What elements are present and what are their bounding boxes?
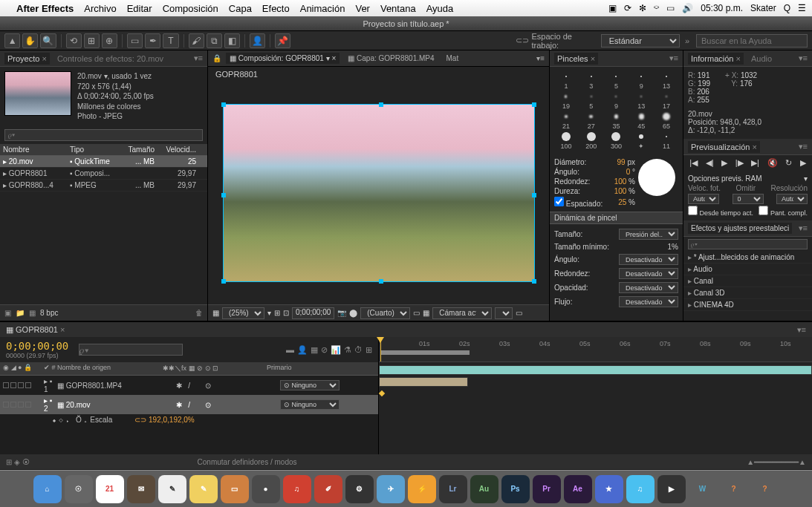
timeline-layer[interactable]: ▸ ▪ 1▦ GOPR8801.MP4✱ / ⊙⊙ Ninguno [0,376,378,395]
col-source-name[interactable]: Nombre de origen [57,364,163,373]
brush-tool[interactable]: 🖌 [189,33,204,48]
motion-blur-icon[interactable]: ⊘ [321,345,328,355]
fullscreen-check[interactable] [759,206,768,215]
app-name[interactable]: After Effects [16,3,74,14]
zoom-tool[interactable]: 🔍 [40,33,56,48]
brush-diameter[interactable]: 99 [617,158,626,166]
scale-value[interactable]: ⊂⊃ 192,0,192,0% [134,416,195,424]
guides-icon[interactable]: ⊞ [274,309,280,317]
dock-app[interactable]: ⌂ [33,475,62,503]
dyn-select[interactable]: Desactivado [619,268,678,279]
brush-hardness[interactable]: 100 [614,187,627,195]
project-item[interactable]: ▸ 20.mov▪ QuickTime... MB25 [0,156,207,168]
brush-preset[interactable]: 11 [655,131,678,150]
panel-menu-icon[interactable]: ▾≡ [194,53,203,63]
folder-icon[interactable]: 📁 [16,309,25,317]
timeline-menu-icon[interactable]: ▾≡ [797,325,806,335]
rotate-tool[interactable]: ⟲ [66,33,82,48]
effect-category[interactable]: Canal [683,275,812,287]
dock-app[interactable]: Pr [533,475,561,503]
camera-select[interactable]: Cámara activa [432,307,492,319]
dock-app[interactable]: ♫ [283,475,311,503]
brush-preset[interactable]: 5 [605,71,629,90]
dock-app[interactable]: ★ [595,475,623,503]
dock-app[interactable]: ✈ [377,475,405,503]
dock-app[interactable]: ✎ [158,475,186,503]
from-current-check[interactable] [688,206,698,215]
dock-app[interactable]: Ps [501,475,530,503]
brush-preset[interactable]: 19 [554,91,578,110]
workspace-select[interactable]: Estándar [601,34,680,48]
resolution-select[interactable]: (Cuarto) [360,307,410,319]
auto-key-icon[interactable]: ⏱ [354,345,363,355]
effect-category[interactable]: Canal 3D [683,287,812,299]
col-size[interactable]: Tamaño [122,145,159,154]
dyn-select[interactable]: Desactivado [619,296,678,307]
sync-icon[interactable]: ⟳ [624,3,631,13]
comp-breadcrumb[interactable]: GOPR8801 [208,67,549,82]
timeline-tracks[interactable] [379,362,812,454]
project-item[interactable]: ▸ GOPR880...4▪ MPEG... MB29,97 [0,180,207,192]
project-search[interactable] [4,129,203,141]
parent-select[interactable]: ⊙ Ninguno [280,399,340,410]
mute-button[interactable]: 🔇 [767,158,778,168]
parent-select[interactable]: ⊙ Ninguno [280,380,340,390]
layer-bar-1[interactable] [379,365,812,375]
ram-options-menu[interactable]: ▾ [804,174,808,183]
dock-app[interactable]: ● [252,475,280,503]
brush-preset[interactable]: 9 [605,91,629,110]
brush-angle[interactable]: 0 [626,168,631,176]
preview-menu-icon[interactable]: ▾≡ [799,142,808,151]
info-menu-icon[interactable]: ▾≡ [799,53,808,63]
effect-category[interactable]: CINEMA 4D [683,299,812,311]
tab-effects[interactable]: Efectos y ajustes preestableci [688,223,792,234]
menu-ventana[interactable]: Ventana [380,3,416,14]
col-parent[interactable]: Primario [267,364,292,373]
dock-app[interactable]: ⚙ [345,475,374,503]
pixel-aspect-icon[interactable]: ▭ [516,309,522,317]
channel-icon[interactable]: ⬤ [349,309,357,317]
tab-preview[interactable]: Previsualización × [688,141,760,153]
menu-ayuda[interactable]: Ayuda [426,3,454,14]
puppet-tool[interactable]: 📌 [275,33,290,48]
effects-search[interactable] [688,239,808,249]
time-ruler[interactable]: 01s02s03s04s05s06s07s08s09s10s [379,337,812,362]
tab-project[interactable]: Proyecto × [4,53,50,65]
dock-app[interactable]: W [689,475,717,503]
tab-brushes[interactable]: Pinceles × [554,53,598,65]
play-button[interactable]: ▶ [721,158,727,168]
new-comp-icon[interactable]: ▦ [29,309,36,317]
clone-tool[interactable]: ⧉ [207,33,222,48]
brush-preset[interactable]: 27 [579,111,603,130]
effect-category[interactable]: Audio [683,264,812,275]
brush-preset[interactable]: 200 [579,131,603,150]
bpc-toggle[interactable]: 8 bpc [40,309,58,317]
tab-layer[interactable]: ▦ Capa: GOPR8801.MP4 [344,53,438,64]
dock-app[interactable]: ⚡ [408,475,436,503]
tab-timeline[interactable]: ▦ GOPR8801 × [6,325,65,335]
ram-preview-button[interactable]: ▶ [800,158,806,168]
first-frame-button[interactable]: |◀ [689,158,698,168]
gear-icon[interactable]: ✻ [639,3,646,13]
battery-icon[interactable]: ▭ [666,3,675,13]
menu-archivo[interactable]: Archivo [84,3,116,14]
snapshot-icon[interactable]: 📷 [337,309,346,317]
wifi-icon[interactable]: ⌔ [654,3,659,13]
dock-app[interactable]: ✐ [314,475,342,503]
dock-app[interactable]: ? [751,475,779,503]
brush-preset[interactable]: 300 [605,131,629,150]
tab-audio[interactable]: Audio [748,53,775,65]
dyn-select[interactable]: Desactivado [619,282,678,293]
tab-material[interactable]: Mat [443,53,463,64]
tab-composition[interactable]: ▦ Composición: GOPR8801 ▾ × [226,53,340,64]
dyn-select[interactable]: Presión del... [619,229,678,240]
views-select[interactable]: 1 [495,307,513,319]
prev-frame-button[interactable]: ◀| [706,158,714,168]
layer-bar-2[interactable] [379,377,468,387]
brush-preset[interactable]: 65 [655,111,678,130]
dock-app[interactable]: ☉ [65,475,93,503]
shape-tool[interactable]: ▭ [127,33,143,48]
clock[interactable]: 05:30 p.m. [701,3,743,13]
transparency-icon[interactable]: ▦ [423,309,429,317]
brush-preset[interactable]: 21 [554,111,578,130]
